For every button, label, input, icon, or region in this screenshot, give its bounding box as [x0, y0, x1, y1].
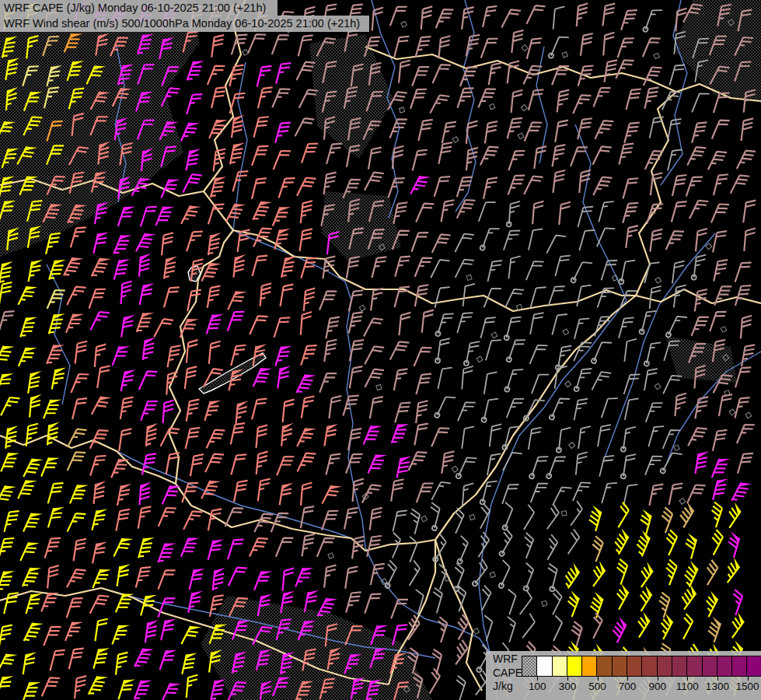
wind-barb	[712, 117, 730, 142]
wind-barb	[324, 422, 338, 448]
legend-color-box	[536, 656, 552, 677]
wind-barb	[393, 145, 404, 170]
wind-barb	[516, 505, 536, 530]
wind-barb	[257, 451, 268, 476]
legend-tick-label: 1100	[676, 681, 699, 692]
wind-barb	[273, 204, 291, 230]
wind-barb	[623, 200, 638, 226]
wind-barb	[295, 565, 313, 591]
wind-barb	[229, 565, 247, 590]
legend-color-box	[746, 656, 761, 677]
wind-barb	[714, 172, 728, 198]
wind-barb	[636, 509, 652, 534]
wind-barb	[508, 255, 520, 280]
wind-barb	[598, 285, 614, 311]
wind-barb	[187, 398, 200, 423]
lakes-layer	[188, 266, 266, 394]
wind-barb	[620, 425, 635, 453]
map-canvas	[0, 0, 761, 700]
wind-barb	[486, 338, 501, 363]
wind-barb	[323, 255, 335, 280]
wind-barb	[604, 58, 617, 83]
wind-barb	[741, 315, 752, 339]
wind-barb	[298, 450, 316, 476]
wind-barb	[558, 497, 585, 525]
wind-barb	[700, 591, 720, 618]
wind-barb	[253, 253, 268, 278]
wind-barb	[455, 231, 473, 257]
wind-barb	[593, 143, 612, 169]
wind-barb	[207, 311, 224, 337]
wind-barb	[0, 370, 14, 396]
wind-barb	[530, 342, 548, 368]
wind-barb	[187, 339, 198, 363]
wind-barb	[134, 677, 152, 700]
wind-barb	[301, 311, 312, 335]
wind-barb	[552, 63, 569, 89]
wind-barb	[409, 590, 424, 615]
wind-barb	[42, 674, 60, 700]
wind-barb	[480, 478, 497, 506]
river-line	[47, 264, 70, 404]
wind-barb	[390, 4, 413, 32]
wind-barb	[276, 534, 293, 560]
cape-title-text: WRF CAPE (J/kg) Monday 06-10-2025 21:00 …	[4, 2, 266, 14]
wind-barb	[23, 564, 41, 590]
wind-barb	[645, 148, 664, 173]
wind-barb	[646, 400, 663, 425]
wind-barb	[727, 590, 744, 615]
wind-barb	[185, 366, 197, 390]
wind-barb	[231, 452, 246, 478]
wind-barb	[1, 394, 19, 420]
wind-barb	[283, 398, 295, 423]
wind-barb	[692, 120, 707, 145]
wind-barb	[326, 141, 342, 166]
wind-barb	[252, 143, 268, 169]
wind-barb	[97, 365, 110, 390]
wind-barb	[619, 315, 634, 341]
wind-barb	[211, 85, 226, 110]
wind-barb	[372, 7, 383, 31]
wind-barb	[675, 393, 686, 417]
wind-barb	[209, 116, 228, 142]
wind-barb	[141, 592, 157, 618]
wind-barb	[47, 421, 60, 446]
wind-barb	[731, 172, 749, 198]
wind-barb	[594, 85, 611, 110]
wind-barb	[504, 314, 522, 342]
wind-barb	[283, 568, 295, 592]
wind-barb	[483, 4, 497, 29]
legend-tick-label: 100	[529, 681, 546, 692]
wind-barb	[462, 366, 473, 390]
cape-title-bar: WRF CAPE (J/kg) Monday 06-10-2025 21:00 …	[0, 0, 278, 16]
wind-barb	[552, 312, 573, 339]
wind-barb	[350, 338, 364, 362]
wind-barb	[480, 144, 499, 170]
wind-barb	[696, 228, 714, 253]
wind-barb	[258, 86, 273, 110]
wind-barb	[524, 173, 543, 198]
wind-barb	[67, 595, 83, 621]
wind-barb	[226, 200, 246, 226]
legend-color-box	[522, 656, 537, 677]
wind-barb	[121, 281, 132, 305]
wind-barb	[23, 650, 37, 676]
wind-barb	[365, 366, 389, 394]
river-line	[479, 300, 627, 700]
wind-barb	[508, 60, 520, 85]
wind-barb	[618, 35, 634, 61]
wind-barb	[738, 450, 753, 476]
wind-barb	[431, 479, 451, 505]
wind-barb	[691, 254, 706, 281]
wind-barb	[501, 6, 521, 32]
wind-barb	[687, 481, 706, 507]
wind-barb	[345, 565, 358, 590]
wind-barb	[507, 396, 524, 422]
legend-color-scale	[522, 656, 761, 675]
wind-barb	[598, 423, 611, 448]
wind-barb	[457, 197, 476, 222]
wind-barb	[28, 369, 41, 395]
wind-barb	[113, 343, 131, 369]
wind-barb	[190, 566, 205, 592]
wind-barb	[95, 344, 106, 368]
